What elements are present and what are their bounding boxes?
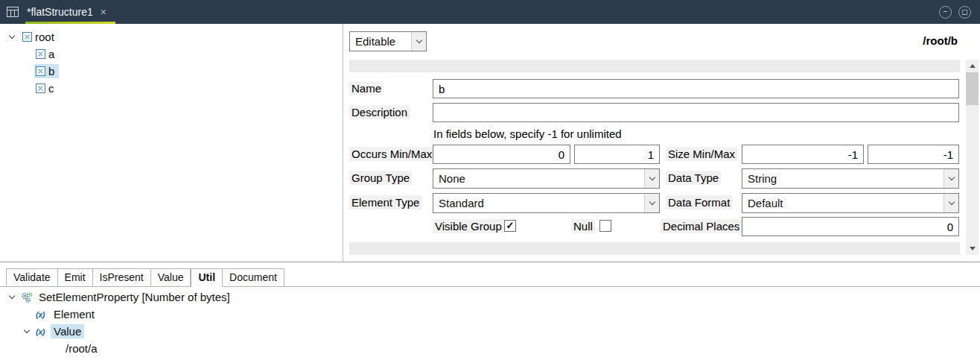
chevron-down-icon[interactable] — [644, 194, 659, 212]
element-icon — [22, 32, 32, 42]
group-type-label: Group Type — [349, 171, 412, 185]
size-min-input[interactable] — [742, 145, 864, 164]
group-type-select[interactable]: None — [433, 168, 660, 189]
selected-tree-node[interactable]: Value — [51, 324, 84, 338]
scroll-up-arrow-icon[interactable] — [966, 60, 979, 72]
scroll-down-arrow-icon[interactable] — [966, 242, 979, 255]
tree-item-root[interactable]: root — [0, 28, 343, 45]
tab-value[interactable]: Value — [151, 268, 191, 287]
data-type-label: Data Type — [666, 171, 721, 185]
element-type-select[interactable]: Standard — [433, 193, 660, 213]
function-gears-icon — [21, 291, 36, 303]
function-tabs: Validate Emit IsPresent Value Util Docum… — [0, 262, 980, 287]
title-bar: *flatStructure1 × − ◻ — [0, 0, 980, 24]
element-path: /root/b — [923, 34, 958, 47]
selected-tree-node[interactable]: b — [34, 64, 59, 78]
chevron-down-icon[interactable] — [944, 169, 958, 188]
chevron-down-icon[interactable] — [411, 32, 426, 51]
description-label: Description — [349, 105, 410, 119]
chevron-down-icon[interactable] — [6, 291, 18, 303]
tree-item-b[interactable]: b — [0, 63, 343, 80]
unlimited-hint-text: In fields below, specify -1 for unlimite… — [433, 127, 622, 140]
size-max-input[interactable] — [868, 145, 959, 164]
tree-item-label: Element — [51, 307, 98, 321]
scrollbar-thumb[interactable] — [966, 72, 979, 105]
tab-document[interactable]: Document — [223, 268, 284, 287]
tab-emit[interactable]: Emit — [58, 268, 93, 287]
variable-icon: (x) — [36, 327, 51, 336]
occurs-min-input[interactable] — [433, 145, 570, 164]
name-input[interactable] — [433, 79, 959, 98]
chevron-down-icon[interactable] — [944, 194, 958, 212]
tree-item-a[interactable]: a — [0, 45, 343, 63]
tree-item-label: /root/a — [63, 341, 101, 356]
tree-item-label: a — [48, 48, 54, 60]
data-type-select[interactable]: String — [742, 168, 959, 189]
size-min-max-label: Size Min/Max — [666, 147, 737, 161]
name-label: Name — [349, 81, 384, 95]
tree-item-label: root — [35, 31, 54, 43]
collapse-button[interactable]: − — [939, 6, 952, 19]
tab-util[interactable]: Util — [191, 268, 223, 287]
chevron-down-icon[interactable] — [21, 326, 33, 338]
maximize-button[interactable]: ◻ — [958, 6, 971, 19]
tree-item-label: c — [48, 82, 54, 95]
titlebar-buttons: − ◻ — [939, 0, 980, 24]
data-format-select[interactable]: Default — [742, 193, 959, 213]
element-type-label: Element Type — [349, 195, 421, 209]
tree-item-c[interactable]: c — [0, 80, 343, 97]
section-divider-top — [349, 60, 960, 72]
tab-ispresent[interactable]: IsPresent — [93, 268, 151, 287]
variable-icon: (x) — [36, 310, 51, 319]
tree-item-value-arg[interactable]: (x) Value — [0, 323, 980, 340]
tree-item-label: b — [48, 65, 54, 78]
decimal-places-input[interactable] — [742, 217, 959, 236]
document-tab[interactable]: *flatStructure1 × — [25, 0, 115, 24]
app-window: *flatStructure1 × − ◻ root — [0, 0, 980, 360]
element-icon — [36, 83, 45, 93]
structure-editor-icon — [0, 0, 25, 24]
chevron-down-icon[interactable] — [644, 169, 659, 188]
document-tab-label: *flatStructure1 — [27, 6, 93, 18]
edit-mode-select[interactable]: Editable — [349, 31, 427, 51]
data-format-label: Data Format — [666, 195, 732, 209]
element-icon — [36, 49, 45, 59]
tree-item-label: SetElementProperty [Number of bytes] — [36, 290, 233, 304]
util-function-tree: SetElementProperty [Number of bytes] (x)… — [0, 287, 980, 357]
tree-item-element-arg[interactable]: (x) Element — [0, 306, 980, 323]
function-panel: Validate Emit IsPresent Value Util Docum… — [0, 262, 980, 359]
edit-mode-value: Editable — [350, 32, 411, 51]
tree-item-value-path[interactable]: /root/a — [0, 340, 980, 357]
structure-tree-panel: root a b — [0, 24, 343, 262]
active-tab-accent — [25, 22, 115, 24]
tab-validate[interactable]: Validate — [6, 268, 58, 287]
vertical-scrollbar[interactable] — [966, 60, 979, 255]
description-input[interactable] — [433, 103, 959, 122]
section-divider-bottom — [349, 242, 960, 255]
main-area: root a b — [0, 24, 980, 262]
decimal-places-label: Decimal Places — [661, 219, 742, 233]
null-checkbox[interactable] — [599, 220, 611, 232]
visible-group-label: Visible Group — [433, 219, 504, 233]
tab-close-icon[interactable]: × — [101, 6, 106, 18]
occurs-min-max-label: Occurs Min/Max — [349, 147, 434, 161]
visible-group-checkbox[interactable] — [504, 220, 516, 232]
element-properties-panel: Editable /root/b Name Description In fie… — [343, 24, 980, 262]
tree-item-setelementproperty[interactable]: SetElementProperty [Number of bytes] — [0, 288, 980, 306]
chevron-down-icon[interactable] — [6, 31, 18, 43]
null-label: Null — [571, 219, 595, 233]
element-icon — [36, 66, 45, 76]
occurs-max-input[interactable] — [574, 145, 660, 164]
